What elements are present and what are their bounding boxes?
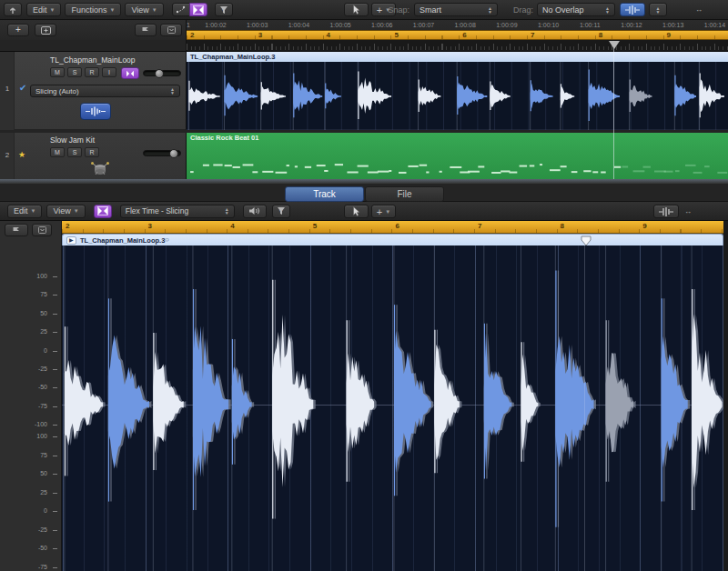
scale-value: -25 [0,526,47,533]
scale-tick [53,369,57,370]
flex-button[interactable] [189,3,207,16]
volume-slider[interactable] [143,150,181,156]
snap-dropdown[interactable]: Smart ▲▼ [414,3,498,16]
scale-tick [53,406,57,407]
waveform-zoom-icon [625,5,640,15]
region-play-button[interactable]: ▶ [66,236,76,245]
bar-number: 3 [148,222,152,230]
midi-region[interactable]: Classic Rock Beat 01 [187,133,728,179]
track-header-1[interactable]: 1 ✔ TL_Chapman_MainLoop MSRI Slicing (Au… [0,52,187,130]
hierarchy-button[interactable] [4,3,22,16]
tab-track[interactable]: Track [285,186,364,202]
track-r-button[interactable]: R [85,67,99,77]
scale-tick [53,276,57,277]
volume-knob[interactable] [169,149,178,158]
time-label: 1:00:11 [571,22,608,28]
editor-bar-ruler[interactable]: 234567891 [62,221,728,234]
bar-number: 2 [190,31,194,39]
bar-number: 9 [642,222,646,230]
track-number-column: 2 [0,133,15,179]
scale-tick [53,474,57,475]
edit-menu[interactable]: Edit ▼ [26,3,61,16]
time-ruler[interactable]: 11:00:021:00:031:00:041:00:051:00:061:00… [0,20,728,30]
anchor-circle-icon[interactable]: ○ [165,235,169,244]
drag-dropdown[interactable]: No Overlap ▲▼ [537,3,615,16]
time-label: 1:00:14 [696,22,728,28]
horizontal-zoom-icon: ↔ [684,207,692,215]
checkmark-icon[interactable]: ✔ [19,83,26,93]
catch-playhead-button[interactable] [32,224,52,236]
view-menu[interactable]: View ▼ [125,3,163,16]
track-header-2[interactable]: 2 ★ Slow Jam Kit MSR [0,133,187,179]
track-r-button[interactable]: R [85,147,99,157]
track-name[interactable]: Slow Jam Kit [50,135,95,145]
scale-value: -100 [0,421,47,427]
editor-edit-menu[interactable]: Edit ▼ [7,205,42,218]
scale-tick [53,387,57,388]
edit-menu-label: Edit [33,5,47,15]
bar-number: 2 [66,222,69,230]
editor-pointer-tool-button[interactable]: ▼ [344,205,369,218]
stepper-icon: ▲▼ [605,6,610,14]
cycle-region-bar[interactable]: 23456789 [187,30,728,40]
pointer-tool-icon [352,206,360,216]
flex-icon [97,206,108,215]
time-label: 1:00:02 [197,22,234,28]
track-name[interactable]: TL_Chapman_MainLoop [50,55,136,65]
editor-region-header[interactable]: ▶ TL_Chapman_MainLoop.3 ○ [62,234,723,245]
bar-number: 3 [258,31,262,39]
track-s-button[interactable]: S [67,147,82,157]
vertical-zoom-button[interactable]: ▲▼ [649,3,667,16]
track-i-button[interactable]: I [102,67,116,77]
track-flex-button[interactable] [121,67,139,79]
time-label: 1:00:04 [280,22,317,28]
editor-waveform-zoom-button[interactable] [653,205,679,218]
bar-number: 4 [327,31,330,39]
chevron-down-icon: ▼ [74,208,79,214]
funnel-icon [277,206,286,215]
volume-slider[interactable] [143,70,181,76]
editor-filter-button[interactable]: ▼ [272,205,290,218]
audio-region[interactable]: TL_Chapman_MainLoop.3 [187,52,728,130]
subdivision-ruler[interactable] [187,40,728,52]
editor-view-menu[interactable]: View ▼ [46,205,85,218]
tab-track-label: Track [313,189,336,199]
scale-value: 25 [0,328,47,335]
scale-tick [53,425,57,426]
volume-knob[interactable] [155,69,164,78]
editor-region-button[interactable] [5,224,28,236]
star-icon[interactable]: ★ [18,150,25,159]
editor-secondary-tool-button[interactable]: + ▼ [371,205,396,218]
editor-wave-area[interactable] [62,245,723,571]
functions-menu[interactable]: Functions ▼ [65,3,121,16]
waveform-zoom-button[interactable] [620,3,645,16]
playhead-marker[interactable] [609,41,620,49]
bar-number: 8 [561,222,564,230]
track-m-button[interactable]: M [50,147,65,157]
play-icon: ▶ [69,236,74,243]
scale-tick [53,436,57,437]
track-s-button[interactable]: S [67,67,82,77]
editor-flex-button[interactable] [94,205,112,218]
chevron-down-icon: ▼ [50,7,56,13]
scale-tick [53,548,57,549]
time-label: 1:00:12 [613,22,650,28]
bar-number: 6 [462,31,466,39]
track-number-column: 1 [0,52,15,130]
chevron-down-icon: ▼ [385,209,390,215]
pointer-tool-button[interactable]: ▼ [344,3,369,16]
track-filter-button[interactable]: ▼ [215,3,233,16]
time-label: 1:00:07 [406,22,442,28]
track-icon-button[interactable] [80,103,111,120]
flex-time-dropdown[interactable]: Flex Time - Slicing ▲▼ [120,205,235,218]
stepper-icon: ▲▼ [225,207,229,215]
tab-file[interactable]: File [365,186,444,202]
track-m-button[interactable]: M [50,67,65,77]
playhead-line[interactable] [613,45,614,179]
editor-playhead-line [584,245,585,571]
automation-button[interactable] [172,3,190,16]
flex-mode-dropdown[interactable]: Slicing (Auto) ▲▼ [30,85,180,97]
logic-pro-window: Edit ▼ Functions ▼ View ▼ ▼ [0,0,728,571]
time-label: 1:00:10 [531,22,567,28]
prelisten-button[interactable] [243,205,267,218]
